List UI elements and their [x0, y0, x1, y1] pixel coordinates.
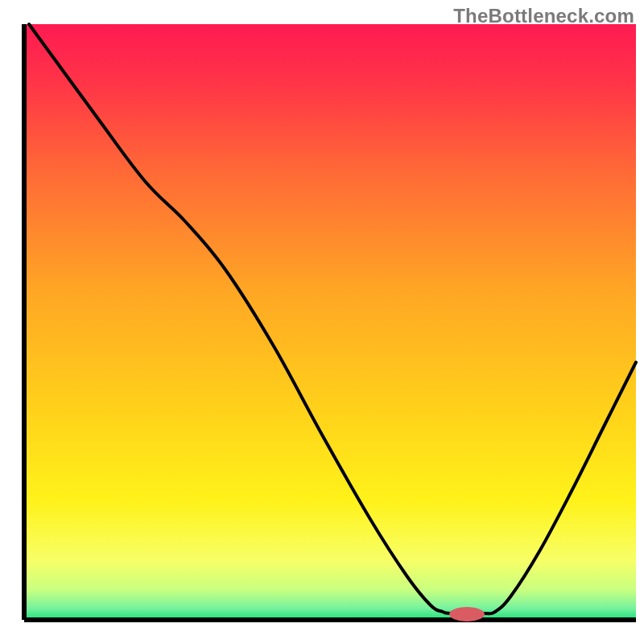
- bottleneck-chart: TheBottleneck.com: [0, 0, 644, 644]
- chart-svg: [0, 0, 644, 644]
- minimum-marker: [449, 607, 485, 621]
- watermark-text: TheBottleneck.com: [453, 5, 634, 27]
- plot-background: [24, 24, 636, 620]
